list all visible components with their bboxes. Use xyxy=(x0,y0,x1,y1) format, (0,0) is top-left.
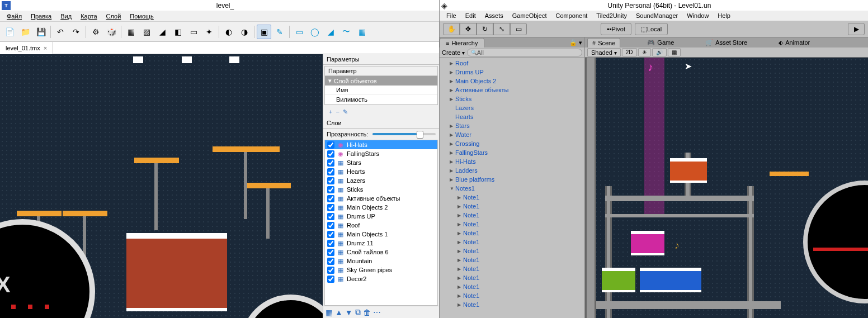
menu-component[interactable]: Component xyxy=(551,11,592,20)
expand-arrow-icon[interactable]: ▶ xyxy=(450,168,455,173)
shaded-dropdown[interactable]: Shaded ▾ xyxy=(587,48,621,57)
layer-item[interactable]: ▦ Hearts xyxy=(325,167,437,176)
menu-gameobject[interactable]: GameObject xyxy=(508,11,551,20)
layer-checkbox[interactable] xyxy=(327,267,334,274)
hierarchy-item[interactable]: ▶Water xyxy=(440,130,584,139)
remove-icon[interactable]: − xyxy=(336,108,339,116)
layer-item[interactable]: ▦ Decor2 xyxy=(325,274,437,283)
hierarchy-item[interactable]: ▶Note1 xyxy=(440,264,584,273)
hierarchy-item[interactable]: ▶Note1 xyxy=(440,220,584,229)
create-dropdown[interactable]: Create ▾ xyxy=(442,49,465,56)
expand-arrow-icon[interactable]: ▶ xyxy=(457,302,463,307)
hand-tool-icon[interactable]: ✋ xyxy=(443,23,460,35)
scene-canvas[interactable]: ♪ ➤ ♪ xyxy=(585,58,868,318)
menu-file[interactable]: File xyxy=(442,11,461,20)
new-layer-icon[interactable]: ▦ xyxy=(326,308,333,317)
tool-a-icon[interactable]: ◐ xyxy=(221,25,236,39)
eraser-icon[interactable]: ◧ xyxy=(171,25,185,39)
insert-polyline-icon[interactable]: 〜 xyxy=(339,25,353,39)
terrain-icon[interactable]: ▨ xyxy=(139,25,154,39)
edit-polygons-icon[interactable]: ✎ xyxy=(272,25,287,39)
expand-arrow-icon[interactable]: ▶ xyxy=(457,249,463,254)
param-row[interactable]: Имя xyxy=(325,86,437,95)
hierarchy-item[interactable]: ▶Note1 xyxy=(440,273,584,282)
expand-arrow-icon[interactable]: ▶ xyxy=(457,195,463,200)
expand-arrow-icon[interactable]: ▶ xyxy=(457,204,463,209)
layer-item[interactable]: ▦ Stars xyxy=(325,158,437,167)
hierarchy-item[interactable]: Hearts xyxy=(440,112,584,121)
hierarchy-tab[interactable]: ≡ Hierarchy xyxy=(440,38,484,48)
scale-tool-icon[interactable]: ⤡ xyxy=(493,23,510,35)
hierarchy-item[interactable]: ▼Notes1 xyxy=(440,184,584,193)
insert-tile-icon[interactable]: ▦ xyxy=(355,25,369,39)
expand-arrow-icon[interactable]: ▶ xyxy=(450,79,455,84)
expand-arrow-icon[interactable]: ▶ xyxy=(450,141,455,146)
layer-item[interactable]: ▦ Main Objects 1 xyxy=(325,230,437,239)
expand-arrow-icon[interactable]: ▶ xyxy=(457,240,463,245)
expand-arrow-icon[interactable]: ▶ xyxy=(457,258,463,263)
stamp-icon[interactable]: ▦ xyxy=(124,25,138,39)
hierarchy-item[interactable]: ▶Активные объекты xyxy=(440,86,584,94)
layer-item[interactable]: ▦ Sticks xyxy=(325,185,437,194)
layer-checkbox[interactable] xyxy=(327,231,334,238)
mode-2d-button[interactable]: 2D xyxy=(622,48,637,56)
audio-icon[interactable]: 🔊 xyxy=(652,48,667,56)
redo-icon[interactable]: ↷ xyxy=(69,25,83,39)
tab-asset-store[interactable]: 🛒 Asset Store xyxy=(701,38,752,48)
expand-arrow-icon[interactable]: ▶ xyxy=(457,293,463,298)
menu-map[interactable]: Карта xyxy=(76,12,101,21)
layer-checkbox[interactable] xyxy=(327,195,334,202)
layer-item[interactable]: ▦ Roof xyxy=(325,221,437,230)
hierarchy-item[interactable]: ▶Crossing xyxy=(440,139,584,148)
expand-arrow-icon[interactable]: ▶ xyxy=(450,61,455,66)
layer-checkbox[interactable] xyxy=(327,249,334,256)
hierarchy-item[interactable]: ▶Note1 xyxy=(440,211,584,220)
close-icon[interactable]: × xyxy=(44,45,47,51)
tab-scene[interactable]: # Scene xyxy=(587,38,620,48)
hierarchy-item[interactable]: ▶Drums UP xyxy=(440,68,584,77)
expand-arrow-icon[interactable]: ▶ xyxy=(457,267,463,272)
open-icon[interactable]: 📁 xyxy=(18,25,32,39)
tool-b-icon[interactable]: ◑ xyxy=(237,25,252,39)
local-button[interactable]: ⬚ Local xyxy=(635,23,668,35)
hierarchy-search[interactable]: 🔍All xyxy=(467,49,582,56)
tiled-canvas[interactable]: X xyxy=(0,54,323,318)
layer-checkbox[interactable] xyxy=(327,168,334,175)
lock-icon[interactable]: 🔒 ▾ xyxy=(567,39,584,46)
layer-item[interactable]: ◉ FallingStars xyxy=(325,149,437,158)
magic-wand-icon[interactable]: ✦ xyxy=(202,25,216,39)
expand-arrow-icon[interactable]: ▶ xyxy=(457,222,463,227)
save-icon[interactable]: 💾 xyxy=(34,25,48,39)
up-icon[interactable]: ▲ xyxy=(335,308,343,317)
menu-layer[interactable]: Слой xyxy=(102,12,126,21)
opacity-slider[interactable] xyxy=(372,133,436,135)
insert-polygon-icon[interactable]: ◢ xyxy=(323,25,338,39)
move-tool-icon[interactable]: ✥ xyxy=(460,23,477,35)
hierarchy-item[interactable]: ▶Note1 xyxy=(440,300,584,309)
hierarchy-item[interactable]: ▶Ladders xyxy=(440,166,584,175)
expand-arrow-icon[interactable]: ▶ xyxy=(450,150,455,155)
tab-game[interactable]: 🎮 Game xyxy=(643,38,678,48)
hierarchy-item[interactable]: ▶Blue platforms xyxy=(440,175,584,184)
layer-item[interactable]: ◉ Hi-Hats xyxy=(325,140,437,149)
hierarchy-item[interactable]: ▶FallingStars xyxy=(440,148,584,157)
hierarchy-item[interactable]: ▶Note1 xyxy=(440,246,584,255)
layer-checkbox[interactable] xyxy=(327,141,334,149)
expand-arrow-icon[interactable]: ▶ xyxy=(457,276,463,281)
select-rect-icon[interactable]: ▭ xyxy=(186,25,201,39)
menu-help[interactable]: Help xyxy=(713,11,735,20)
param-row[interactable]: Вилимость xyxy=(325,95,437,105)
pivot-button[interactable]: ▪▪ Pivot xyxy=(601,23,631,35)
tab-animator[interactable]: ⬖ Animator xyxy=(774,38,814,48)
expand-arrow-icon[interactable]: ▶ xyxy=(450,124,455,129)
light-icon[interactable]: ☀ xyxy=(638,48,651,56)
expand-arrow-icon[interactable]: ▶ xyxy=(450,132,455,137)
expand-arrow-icon[interactable]: ▶ xyxy=(450,97,455,102)
layer-checkbox[interactable] xyxy=(327,204,334,211)
dice-icon[interactable]: 🎲 xyxy=(104,25,119,39)
layer-checkbox[interactable] xyxy=(327,240,334,247)
menu-soundmanager[interactable]: SoundManager xyxy=(631,11,682,20)
select-objects-icon[interactable]: ▣ xyxy=(257,25,271,39)
undo-icon[interactable]: ↶ xyxy=(53,25,68,39)
hierarchy-item[interactable]: ▶Note1 xyxy=(440,238,584,246)
